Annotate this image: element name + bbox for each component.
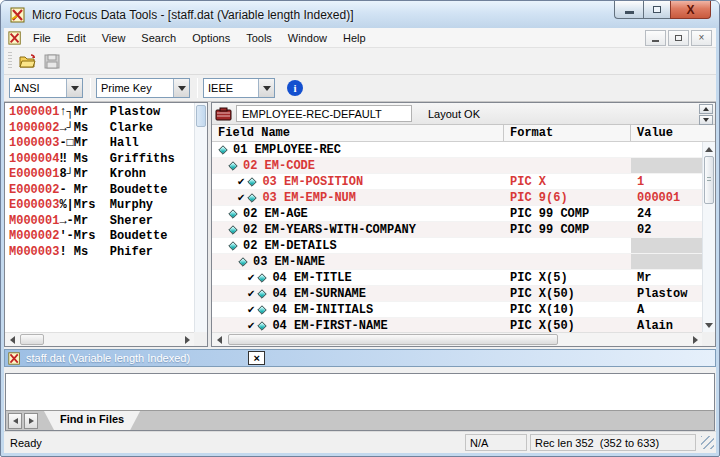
info-icon[interactable]: i [287,80,303,96]
record-row[interactable]: E0000018┘Mr Krohn [9,167,193,183]
column-field-name[interactable]: Field Name [212,125,504,141]
field-diamond-icon [258,305,268,315]
field-row[interactable]: ✔04 EM-TITLE PIC X(5)Mr [212,270,702,286]
column-value[interactable]: Value [631,125,715,141]
record-row[interactable]: 1000004‼ Ms Griffiths [9,152,193,168]
field-row[interactable]: ✔03 EM-EMP-NUM PIC 9(6)000001 [212,190,702,206]
scroll-left-icon[interactable] [6,334,18,346]
toolbar [4,48,716,75]
menu-options[interactable]: Options [184,30,238,46]
field-row[interactable]: ✔04 EM-SURNAME PIC X(50)Plastow [212,286,702,302]
field-diamond-icon [258,273,268,283]
restore-button[interactable] [643,1,670,19]
field-diamond-icon [228,209,238,219]
field-row[interactable]: 03 EM-NAME [212,254,702,270]
scroll-right-icon[interactable] [689,334,701,346]
spin-down-icon[interactable] [699,115,713,125]
layout-name-field[interactable]: EMPLOYEE-REC-DEFAULT [236,105,412,122]
field-diamond-icon [228,225,238,235]
record-list-horizontal-scrollbar[interactable] [5,332,194,346]
charset-dropdown-icon[interactable] [66,79,82,97]
record-row[interactable]: M000001→-Mr Sherer [9,214,193,230]
field-grid: Field Name Format Value 01 EMPLOYEE-REC … [212,125,715,346]
menu-help[interactable]: Help [335,30,374,46]
find-results-area[interactable] [6,374,714,410]
mdi-restore-button[interactable] [668,30,689,46]
field-row[interactable]: 01 EMPLOYEE-REC [212,142,702,158]
status-text: Ready [6,437,465,449]
output-tab-strip: Find in Files [6,410,714,430]
menu-tools[interactable]: Tools [238,30,280,46]
record-row[interactable]: M000003! Ms Phifer [9,245,193,261]
record-row[interactable]: 1000002→┘Ms Clarke [9,121,193,137]
grid-body: 01 EMPLOYEE-REC 02 EM-CODE ✔03 EM-POSITI… [212,142,702,332]
scrollbar-thumb[interactable] [704,156,714,204]
record-row[interactable]: 1000003-□Mr Hall [9,136,193,152]
column-format[interactable]: Format [504,125,631,141]
scrollbar-corner [194,332,207,346]
grid-horizontal-scrollbar[interactable] [212,332,702,346]
app-window: Micro Focus Data Tools - [staff.dat (Var… [0,0,720,457]
scroll-left-icon[interactable] [213,334,225,346]
close-icon: X [686,3,694,17]
scrollbar-thumb[interactable] [196,105,206,127]
menu-file[interactable]: File [25,30,59,46]
document-icon[interactable] [8,31,22,45]
scroll-down-icon[interactable] [703,319,715,331]
field-diamond-icon [228,161,238,171]
grid-vertical-scrollbar[interactable] [702,142,715,332]
record-row[interactable]: E000002- Mr Boudette [9,183,193,199]
document-tab-icon [8,352,21,365]
field-row[interactable]: 02 EM-DETAILS [212,238,702,254]
minimize-button[interactable] [614,1,643,19]
field-row[interactable]: ✔04 EM-FIRST-NAME PIC X(50)Alain [212,318,702,332]
document-close-button[interactable]: × [248,351,265,365]
field-row[interactable]: 02 EM-AGE PIC 99 COMP24 [212,206,702,222]
menu-search[interactable]: Search [133,30,184,46]
field-row[interactable]: 02 EM-CODE [212,158,702,174]
menu-window[interactable]: Window [280,30,335,46]
field-row[interactable]: 02 EM-YEARS-WITH-COMPANY PIC 99 COMP02 [212,222,702,238]
record-layout-panel: EMPLOYEE-REC-DEFAULT Layout OK Field Nam… [211,102,716,347]
layout-header: EMPLOYEE-REC-DEFAULT Layout OK [212,103,715,125]
scrollbar-thumb[interactable] [228,334,558,345]
field-diamond-icon [238,257,248,267]
float-format-dropdown-icon[interactable] [258,79,274,97]
document-tab-bar[interactable]: staff.dat (Variable length Indexed) × [4,349,716,367]
field-row[interactable]: ✔04 EM-INITIALS PIC X(10)A [212,302,702,318]
mdi-minimize-icon [652,40,659,42]
record-row[interactable]: E000003%|Mrs Murphy [9,198,193,214]
tab-scroll-right-icon[interactable] [24,413,38,429]
toolbar-grip[interactable] [8,52,12,70]
mdi-close-button[interactable]: × [691,30,712,46]
charset-select[interactable]: ANSI [9,78,83,98]
check-icon: ✔ [247,270,255,285]
scroll-up-icon[interactable] [703,143,715,155]
resize-grip[interactable] [701,436,714,449]
save-file-button[interactable] [40,50,64,72]
document-tab-label[interactable]: staff.dat (Variable length Indexed) [26,352,190,364]
spin-up-icon[interactable] [699,104,713,114]
mdi-minimize-button[interactable] [645,30,666,46]
menu-view[interactable]: View [94,30,134,46]
tab-scroll-left-icon[interactable] [8,413,22,429]
float-format-select[interactable]: IEEE [203,78,275,98]
open-file-button[interactable] [16,50,40,72]
tab-find-in-files[interactable]: Find in Files [44,411,140,430]
scroll-right-icon[interactable] [181,334,193,346]
separator [197,78,198,98]
field-row[interactable]: ✔03 EM-POSITION PIC X1 [212,174,702,190]
window-title: Micro Focus Data Tools - [staff.dat (Var… [32,8,354,22]
record-row[interactable]: 1000001↑┐Mr Plastow [9,105,193,121]
record-list-vertical-scrollbar[interactable] [194,103,207,332]
key-order-select[interactable]: Prime Key [96,78,190,98]
check-icon: ✔ [237,174,245,189]
close-button[interactable]: X [670,1,711,19]
record-row[interactable]: M000002'-Mrs Boudette [9,229,193,245]
restore-icon [653,6,661,13]
menu-edit[interactable]: Edit [59,30,94,46]
scrollbar-thumb[interactable] [20,334,44,345]
key-order-dropdown-icon[interactable] [173,79,189,97]
field-diamond-icon [258,289,268,299]
layout-status: Layout OK [428,108,480,120]
